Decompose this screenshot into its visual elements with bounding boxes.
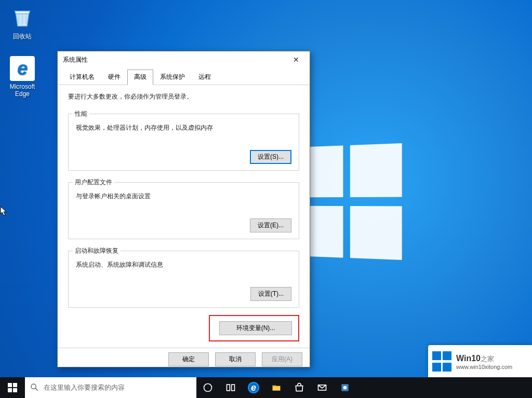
taskbar-mail[interactable]: [311, 377, 334, 398]
group-performance: 性能 视觉效果，处理器计划，内存使用，以及虚拟内存 设置(S)...: [68, 109, 299, 171]
instruction-text: 要进行大多数更改，你必须作为管理员登录。: [68, 92, 299, 101]
desktop: 回收站 e Microsoft Edge 系统属性 ✕ 计算机名 硬件 高级 系…: [0, 0, 532, 398]
group-performance-legend: 性能: [73, 109, 89, 118]
edge-icon: e: [10, 56, 35, 81]
group-user-profile: 用户配置文件 与登录帐户相关的桌面设置 设置(E)...: [68, 178, 299, 239]
tab-advanced[interactable]: 高级: [127, 70, 153, 85]
windows-logo-icon: [8, 383, 17, 392]
desktop-icon-label: Microsoft Edge: [3, 83, 42, 98]
watermark-logo-icon: [432, 351, 453, 372]
performance-settings-button[interactable]: 设置(S)...: [250, 150, 291, 164]
taskbar-file-explorer[interactable]: [265, 377, 288, 398]
svg-point-7: [343, 386, 347, 390]
svg-line-1: [35, 388, 38, 391]
start-button[interactable]: [0, 377, 25, 398]
desktop-icon-label: 回收站: [3, 32, 42, 41]
wallpaper-windows-logo: [295, 143, 405, 262]
watermark-url: www.win10xitong.com: [456, 364, 512, 370]
taskbar-cortana[interactable]: [196, 377, 219, 398]
desktop-icon-recycle-bin[interactable]: 回收站: [3, 5, 42, 41]
watermark-brand-en: Win10: [456, 354, 481, 363]
tab-strip: 计算机名 硬件 高级 系统保护 远程: [58, 68, 310, 85]
cursor-icon: [0, 206, 7, 216]
apply-button[interactable]: 应用(A): [262, 352, 302, 366]
taskbar: 在这里输入你要搜索的内容 e: [0, 377, 532, 398]
group-startup-legend: 启动和故障恢复: [73, 246, 121, 255]
dialog-titlebar[interactable]: 系统属性 ✕: [58, 51, 310, 68]
group-performance-text: 视觉效果，处理器计划，内存使用，以及虚拟内存: [76, 123, 291, 132]
svg-rect-3: [227, 385, 230, 391]
group-startup-text: 系统启动、系统故障和调试信息: [76, 260, 291, 269]
tab-computer-name[interactable]: 计算机名: [63, 70, 101, 85]
close-button[interactable]: ✕: [285, 52, 308, 67]
taskbar-search[interactable]: 在这里输入你要搜索的内容: [25, 377, 196, 398]
taskbar-edge[interactable]: e: [242, 377, 265, 398]
dialog-footer: 确定 取消 应用(A): [58, 348, 310, 372]
desktop-icon-edge[interactable]: e Microsoft Edge: [3, 56, 42, 98]
svg-point-0: [31, 384, 36, 389]
watermark-badge: Win10之家 www.win10xitong.com: [428, 345, 532, 378]
tab-remote[interactable]: 远程: [192, 70, 218, 85]
environment-variables-button[interactable]: 环境变量(N)...: [219, 321, 292, 335]
search-placeholder: 在这里输入你要搜索的内容: [44, 383, 125, 392]
recycle-bin-icon: [10, 5, 35, 30]
ok-button[interactable]: 确定: [168, 352, 209, 366]
watermark-brand-cn: 之家: [481, 355, 494, 363]
tab-system-protection[interactable]: 系统保护: [153, 70, 192, 85]
group-startup: 启动和故障恢复 系统启动、系统故障和调试信息 设置(T)...: [68, 246, 299, 308]
svg-point-2: [204, 384, 212, 392]
close-icon: ✕: [293, 56, 299, 64]
env-var-row: 环境变量(N)...: [68, 315, 299, 341]
group-user-profile-legend: 用户配置文件: [73, 178, 114, 187]
dialog-body: 要进行大多数更改，你必须作为管理员登录。 性能 视觉效果，处理器计划，内存使用，…: [58, 85, 310, 348]
search-icon: [30, 383, 38, 393]
svg-rect-4: [232, 385, 235, 391]
tab-hardware[interactable]: 硬件: [101, 70, 127, 85]
taskbar-taskview[interactable]: [219, 377, 242, 398]
taskbar-app-pinned[interactable]: [334, 377, 356, 398]
taskbar-store[interactable]: [288, 377, 311, 398]
startup-settings-button[interactable]: 设置(T)...: [250, 287, 291, 301]
cancel-button[interactable]: 取消: [215, 352, 256, 366]
dialog-title: 系统属性: [63, 56, 285, 64]
highlight-annotation: 环境变量(N)...: [209, 315, 299, 341]
system-properties-dialog: 系统属性 ✕ 计算机名 硬件 高级 系统保护 远程 要进行大多数更改，你必须作为…: [57, 51, 310, 367]
userprofile-settings-button[interactable]: 设置(E)...: [250, 218, 291, 232]
group-user-profile-text: 与登录帐户相关的桌面设置: [76, 192, 291, 201]
